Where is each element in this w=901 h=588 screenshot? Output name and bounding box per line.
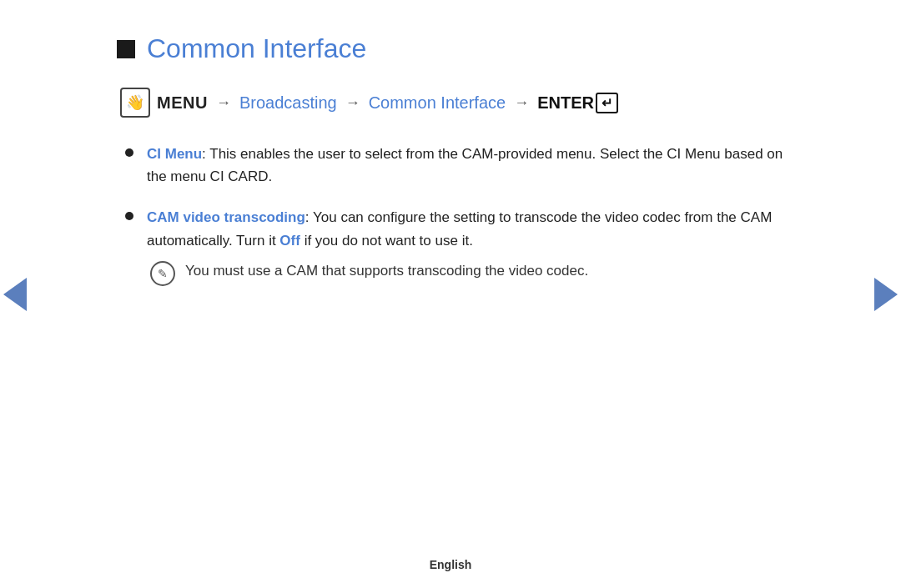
cam-video-text-after: if you do not want to use it. (300, 233, 473, 249)
ci-menu-separator: : (202, 146, 209, 162)
title-square-icon (117, 40, 135, 58)
right-arrow-icon (874, 278, 898, 311)
ci-menu-content: CI Menu: This enables the user to select… (147, 143, 784, 188)
page-title-block: Common Interface (117, 33, 784, 64)
ci-menu-term: CI Menu (147, 146, 202, 162)
cam-video-off: Off (279, 233, 300, 249)
breadcrumb-broadcasting: Broadcasting (239, 93, 337, 113)
bullet-dot-1 (125, 148, 133, 157)
breadcrumb: 👋 MENU → Broadcasting → Common Interface… (117, 88, 784, 118)
note-block: ✎ You must use a CAM that supports trans… (150, 260, 784, 286)
breadcrumb-common-interface: Common Interface (369, 93, 506, 113)
content-list: CI Menu: This enables the user to select… (117, 143, 784, 286)
cam-video-content: CAM video transcoding: You can configure… (147, 206, 784, 285)
menu-icon: 👋 (120, 88, 150, 118)
note-icon: ✎ (150, 261, 175, 286)
nav-previous-button[interactable] (0, 274, 30, 315)
nav-next-button[interactable] (871, 274, 901, 315)
menu-label: MENU (157, 93, 208, 113)
left-arrow-icon (3, 278, 27, 311)
list-item-cam-video: CAM video transcoding: You can configure… (125, 206, 784, 285)
arrow-3: → (514, 94, 529, 112)
list-item-ci-menu: CI Menu: This enables the user to select… (125, 143, 784, 188)
cam-video-separator: : (305, 209, 313, 225)
enter-icon: ↵ (596, 93, 618, 113)
arrow-1: → (216, 94, 231, 112)
arrow-2: → (345, 94, 360, 112)
bullet-dot-2 (125, 212, 133, 220)
page-title: Common Interface (147, 33, 366, 64)
footer-language: English (430, 558, 472, 571)
breadcrumb-enter: ENTER↵ (537, 93, 618, 113)
note-text: You must use a CAM that supports transco… (185, 260, 588, 282)
ci-menu-text: This enables the user to select from the… (147, 146, 783, 184)
cam-video-term: CAM video transcoding (147, 209, 305, 225)
